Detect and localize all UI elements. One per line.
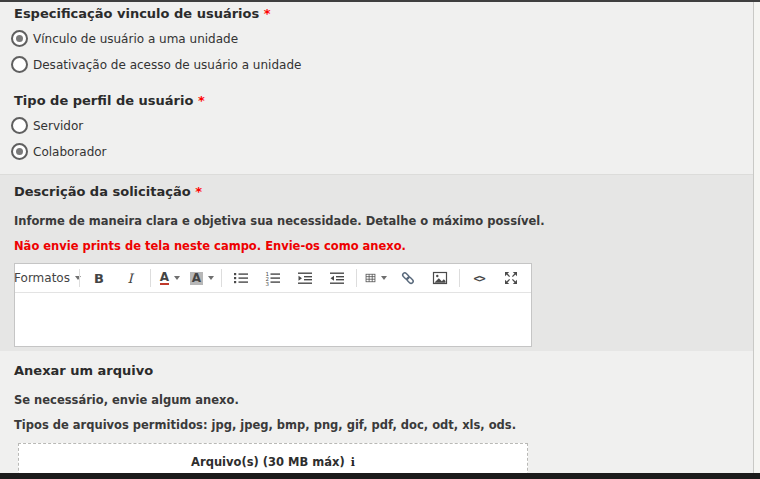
table-icon <box>365 270 376 286</box>
radio-option-servidor[interactable]: Servidor <box>11 117 83 134</box>
bullet-list-button[interactable] <box>225 266 257 290</box>
formats-dropdown[interactable]: Formatos <box>19 266 76 290</box>
section-anexo: Anexar um arquivo Se necessário, envie a… <box>0 351 760 479</box>
italic-button[interactable]: I <box>115 266 147 290</box>
radio-option-colaborador[interactable]: Colaborador <box>11 143 107 160</box>
code-icon: <> <box>473 272 484 285</box>
descricao-warning: Não envie prints de tela neste campo. En… <box>14 239 746 253</box>
radio-icon[interactable] <box>11 30 28 47</box>
dropzone-max-size-label: Arquivo(s) (30 MB máx)i <box>19 455 527 469</box>
toolbar-separator <box>356 269 357 287</box>
radio-option-desativacao[interactable]: Desativação de acesso de usuário a unida… <box>11 56 301 73</box>
fullscreen-button[interactable] <box>495 266 527 290</box>
radio-label: Servidor <box>33 119 83 133</box>
toolbar-separator <box>79 269 80 287</box>
section-descricao: Descrição da solicitação * Informe de ma… <box>0 174 760 351</box>
formats-label: Formatos <box>14 271 70 285</box>
chevron-down-icon <box>381 276 387 280</box>
link-icon <box>400 270 416 286</box>
fullscreen-icon <box>503 270 519 286</box>
outdent-button[interactable] <box>289 266 321 290</box>
indent-button[interactable] <box>321 266 353 290</box>
editor-content-area[interactable] <box>15 293 531 346</box>
table-button[interactable] <box>360 266 392 290</box>
descricao-title: Descrição da solicitação * <box>14 184 746 199</box>
perfil-title-text: Tipo de perfil de usuário <box>14 93 193 108</box>
outdent-icon <box>297 270 313 286</box>
perfil-title: Tipo de perfil de usuário * <box>14 73 746 108</box>
info-icon: i <box>351 456 355 469</box>
text-color-icon: A <box>160 271 169 285</box>
radio-label: Desativação de acesso de usuário a unida… <box>33 58 301 72</box>
bullet-list-icon <box>233 270 249 286</box>
toolbar-separator <box>459 269 460 287</box>
svg-text:3: 3 <box>266 281 270 286</box>
text-color-button[interactable]: A <box>154 266 186 290</box>
image-icon <box>432 270 448 286</box>
toolbar-separator <box>150 269 151 287</box>
especificacao-title: Especificação vinculo de usuários * <box>14 2 746 21</box>
anexo-allowed-types: Tipos de arquivos permitidos: jpg, jpeg,… <box>14 418 746 432</box>
editor-toolbar: Formatos B I A A <box>15 264 531 293</box>
required-asterisk: * <box>195 184 202 199</box>
chevron-down-icon <box>208 276 214 280</box>
chevron-down-icon <box>75 276 81 280</box>
radio-icon[interactable] <box>11 117 28 134</box>
numbered-list-button[interactable]: 123 <box>257 266 289 290</box>
bottom-dark-bar <box>0 473 760 479</box>
source-code-button[interactable]: <> <box>463 266 495 290</box>
radio-option-vinculo[interactable]: Vínculo de usuário a uma unidade <box>11 30 238 47</box>
rich-text-editor: Formatos B I A A <box>14 263 532 347</box>
radio-icon[interactable] <box>11 56 28 73</box>
especificacao-title-text: Especificação vinculo de usuários <box>14 6 259 21</box>
anexo-hint: Se necessário, envie algum anexo. <box>14 393 746 407</box>
indent-icon <box>329 270 345 286</box>
section-especificacao: Especificação vinculo de usuários * Vínc… <box>0 2 760 174</box>
required-asterisk: * <box>264 6 271 21</box>
background-color-button[interactable]: A <box>186 266 218 290</box>
radio-label: Vínculo de usuário a uma unidade <box>33 32 238 46</box>
background-color-icon: A <box>190 272 203 285</box>
chevron-down-icon <box>174 276 180 280</box>
descricao-title-text: Descrição da solicitação <box>14 184 191 199</box>
link-button[interactable] <box>392 266 424 290</box>
numbered-list-icon: 123 <box>265 270 281 286</box>
bold-button[interactable]: B <box>83 266 115 290</box>
image-button[interactable] <box>424 266 456 290</box>
descricao-hint: Informe de maneira clara e objetiva sua … <box>14 214 746 228</box>
anexo-title: Anexar um arquivo <box>14 363 746 378</box>
required-asterisk: * <box>198 93 205 108</box>
scrollbar-track[interactable] <box>753 2 760 479</box>
toolbar-separator <box>221 269 222 287</box>
radio-icon[interactable] <box>11 143 28 160</box>
radio-label: Colaborador <box>33 145 107 159</box>
